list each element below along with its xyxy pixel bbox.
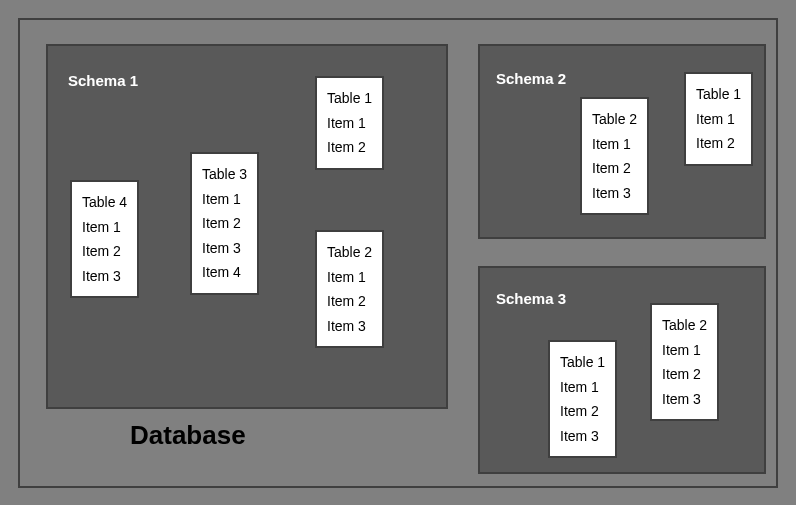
table-item: Item 2 [560, 399, 605, 424]
table-item: Item 3 [327, 314, 372, 339]
table-item: Item 1 [560, 375, 605, 400]
schema-2-label: Schema 2 [496, 70, 566, 87]
schema3-table2: Table 2 Item 1 Item 2 Item 3 [650, 303, 719, 421]
table-item: Item 1 [592, 132, 637, 157]
table-item: Item 1 [327, 111, 372, 136]
schema-1-label: Schema 1 [68, 72, 138, 89]
table-item: Item 1 [202, 187, 247, 212]
table-name: Table 2 [327, 240, 372, 265]
table-item: Item 2 [592, 156, 637, 181]
table-name: Table 2 [662, 313, 707, 338]
table-name: Table 2 [592, 107, 637, 132]
table-item: Item 3 [560, 424, 605, 449]
schema-3-label: Schema 3 [496, 290, 566, 307]
schema1-table3: Table 3 Item 1 Item 2 Item 3 Item 4 [190, 152, 259, 295]
table-item: Item 1 [662, 338, 707, 363]
table-item: Item 3 [592, 181, 637, 206]
schema1-table4: Table 4 Item 1 Item 2 Item 3 [70, 180, 139, 298]
table-item: Item 2 [82, 239, 127, 264]
database-label: Database [130, 420, 246, 451]
table-name: Table 1 [696, 82, 741, 107]
table-name: Table 1 [560, 350, 605, 375]
table-name: Table 4 [82, 190, 127, 215]
table-item: Item 2 [696, 131, 741, 156]
table-item: Item 2 [327, 135, 372, 160]
table-name: Table 3 [202, 162, 247, 187]
table-name: Table 1 [327, 86, 372, 111]
table-item: Item 3 [82, 264, 127, 289]
schema2-table2: Table 2 Item 1 Item 2 Item 3 [580, 97, 649, 215]
table-item: Item 4 [202, 260, 247, 285]
table-item: Item 2 [327, 289, 372, 314]
table-item: Item 2 [662, 362, 707, 387]
schema2-table1: Table 1 Item 1 Item 2 [684, 72, 753, 166]
schema3-table1: Table 1 Item 1 Item 2 Item 3 [548, 340, 617, 458]
table-item: Item 3 [202, 236, 247, 261]
table-item: Item 2 [202, 211, 247, 236]
schema1-table1: Table 1 Item 1 Item 2 [315, 76, 384, 170]
table-item: Item 1 [327, 265, 372, 290]
table-item: Item 1 [696, 107, 741, 132]
table-item: Item 1 [82, 215, 127, 240]
table-item: Item 3 [662, 387, 707, 412]
schema1-table2: Table 2 Item 1 Item 2 Item 3 [315, 230, 384, 348]
